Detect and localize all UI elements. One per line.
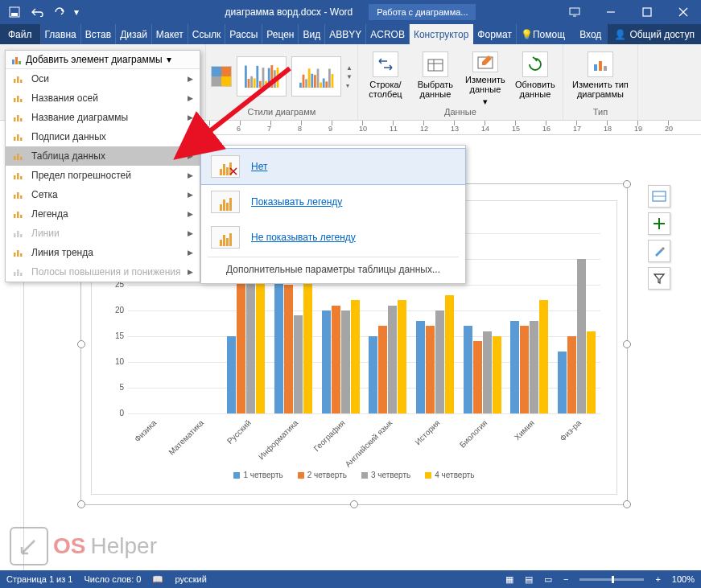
submenu-show-legend[interactable]: Показывать легенду bbox=[201, 184, 465, 220]
spellcheck-icon[interactable]: 📖 bbox=[152, 574, 163, 585]
svg-rect-13 bbox=[262, 68, 265, 88]
svg-rect-26 bbox=[320, 82, 322, 88]
svg-rect-25 bbox=[317, 69, 320, 88]
chart-styles-icon[interactable] bbox=[648, 240, 670, 262]
zoom-level[interactable]: 100% bbox=[672, 574, 695, 584]
chart-style-2[interactable] bbox=[291, 56, 341, 97]
svg-rect-51 bbox=[14, 117, 16, 121]
chart-sub-icon bbox=[12, 208, 25, 220]
svg-rect-73 bbox=[17, 250, 19, 257]
change-chart-type-button[interactable]: Изменить тип диаграммы bbox=[568, 48, 633, 105]
svg-rect-10 bbox=[254, 78, 256, 88]
svg-rect-54 bbox=[14, 137, 16, 141]
tab-layout[interactable]: Макет bbox=[152, 24, 188, 44]
chart-elements-icon[interactable] bbox=[648, 212, 670, 235]
menu-item-9[interactable]: Линия тренда▶ bbox=[6, 243, 200, 262]
chevron-right-icon: ▶ bbox=[188, 268, 193, 276]
menu-item-4[interactable]: Таблица данных▶ bbox=[6, 146, 200, 166]
status-bar: Страница 1 из 1 Число слов: 0 📖 русский … bbox=[0, 570, 701, 588]
chart-sub-icon bbox=[12, 227, 25, 240]
close-button[interactable] bbox=[665, 0, 701, 24]
tab-format[interactable]: Формат bbox=[473, 24, 517, 44]
svg-rect-76 bbox=[17, 269, 19, 276]
tab-review[interactable]: Рецен bbox=[262, 24, 299, 44]
chart-sub-icon bbox=[12, 169, 25, 182]
zoom-slider[interactable] bbox=[579, 578, 644, 581]
chart-layout-icon[interactable] bbox=[648, 185, 670, 208]
chart-filter-icon[interactable] bbox=[648, 267, 670, 290]
menu-item-7[interactable]: Легенда▶ bbox=[6, 204, 200, 224]
print-layout-icon[interactable]: ▤ bbox=[525, 574, 533, 585]
chart-sub-icon bbox=[12, 92, 25, 105]
chevron-right-icon: ▶ bbox=[188, 229, 193, 237]
svg-rect-11 bbox=[256, 66, 258, 88]
tab-file[interactable]: Файл bbox=[0, 24, 41, 44]
share-button[interactable]: 👤 Общий доступ bbox=[608, 24, 701, 44]
word-count[interactable]: Число слов: 0 bbox=[84, 574, 141, 584]
svg-rect-45 bbox=[14, 79, 16, 83]
menu-item-1[interactable]: Названия осей▶ bbox=[6, 88, 200, 108]
svg-rect-71 bbox=[20, 234, 23, 237]
switch-row-column-button[interactable]: Строка/столбец bbox=[363, 48, 408, 105]
edit-data-button[interactable]: Изменить данные▾ bbox=[463, 48, 508, 105]
svg-rect-16 bbox=[270, 65, 273, 88]
tab-abbyy[interactable]: ABBYY bbox=[325, 24, 366, 44]
svg-rect-59 bbox=[20, 157, 23, 160]
menu-item-5[interactable]: Предел погрешностей▶ bbox=[6, 166, 200, 185]
svg-rect-8 bbox=[248, 79, 250, 88]
svg-rect-72 bbox=[14, 253, 16, 257]
tell-me[interactable]: 💡 Помощ bbox=[517, 24, 569, 44]
web-layout-icon[interactable]: ▭ bbox=[544, 574, 552, 585]
tab-chart-design[interactable]: Конструктор bbox=[410, 24, 473, 44]
svg-rect-64 bbox=[17, 192, 19, 199]
language-status[interactable]: русский bbox=[175, 574, 206, 584]
svg-rect-43 bbox=[15, 57, 18, 64]
tab-design[interactable]: Дизай bbox=[116, 24, 152, 44]
change-colors-button[interactable] bbox=[211, 66, 232, 87]
undo-button[interactable] bbox=[26, 1, 48, 23]
style-scroll-up[interactable]: ▲ bbox=[346, 64, 353, 72]
redo-button[interactable] bbox=[48, 1, 71, 23]
chart-sub-icon bbox=[12, 130, 25, 143]
svg-rect-31 bbox=[428, 60, 443, 71]
style-scroll-down[interactable]: ▼ bbox=[346, 73, 353, 80]
zoom-in[interactable]: + bbox=[655, 574, 660, 584]
svg-rect-4 bbox=[643, 8, 651, 16]
svg-rect-61 bbox=[17, 173, 19, 179]
group-data-label: Данные bbox=[363, 105, 558, 118]
svg-rect-22 bbox=[308, 68, 311, 88]
submenu-hide-legend[interactable]: Не показывать легенду bbox=[201, 220, 465, 255]
minimize-button[interactable] bbox=[592, 0, 629, 24]
none-icon bbox=[211, 155, 240, 178]
tab-view[interactable]: Вид bbox=[299, 24, 325, 44]
tab-acrobat[interactable]: ACROB bbox=[366, 24, 410, 44]
refresh-data-button[interactable]: Обновить данные bbox=[513, 48, 558, 105]
tab-references[interactable]: Ссылк bbox=[188, 24, 226, 44]
add-chart-element-button[interactable]: Добавить элемент диаграммы ▾ bbox=[6, 51, 200, 69]
login-button[interactable]: Вход bbox=[573, 24, 608, 44]
submenu-more-options[interactable]: Дополнительные параметры таблицы данных.… bbox=[201, 259, 465, 280]
chart-legend[interactable]: 1 четверть2 четверть3 четверть4 четверть bbox=[92, 471, 616, 479]
menu-item-3[interactable]: Подписи данных▶ bbox=[6, 127, 200, 146]
select-data-button[interactable]: Выбрать данные bbox=[413, 48, 458, 105]
ribbon-options-icon[interactable] bbox=[556, 0, 592, 24]
read-mode-icon[interactable]: ▦ bbox=[505, 574, 513, 585]
svg-rect-17 bbox=[274, 70, 276, 88]
menu-item-0[interactable]: Оси▶ bbox=[6, 69, 200, 88]
qat-customize[interactable]: ▾ bbox=[71, 1, 82, 23]
tab-mailings[interactable]: Рассы bbox=[225, 24, 262, 44]
zoom-out[interactable]: − bbox=[563, 574, 568, 584]
tab-home[interactable]: Главна bbox=[41, 24, 81, 44]
submenu-none[interactable]: Нет bbox=[200, 148, 466, 185]
page-status[interactable]: Страница 1 из 1 bbox=[6, 574, 72, 584]
chevron-right-icon: ▶ bbox=[188, 133, 193, 141]
chart-sub-icon bbox=[12, 72, 25, 85]
data-table-submenu: Нет Показывать легенду Не показывать лег… bbox=[200, 145, 466, 284]
save-button[interactable] bbox=[3, 1, 26, 23]
menu-item-6[interactable]: Сетка▶ bbox=[6, 185, 200, 204]
tab-insert[interactable]: Встав bbox=[81, 24, 116, 44]
style-gallery-expand[interactable]: ▾ bbox=[346, 82, 353, 89]
menu-item-2[interactable]: Название диаграммы▶ bbox=[6, 108, 200, 127]
chart-style-1[interactable] bbox=[237, 56, 287, 97]
maximize-button[interactable] bbox=[629, 0, 665, 24]
